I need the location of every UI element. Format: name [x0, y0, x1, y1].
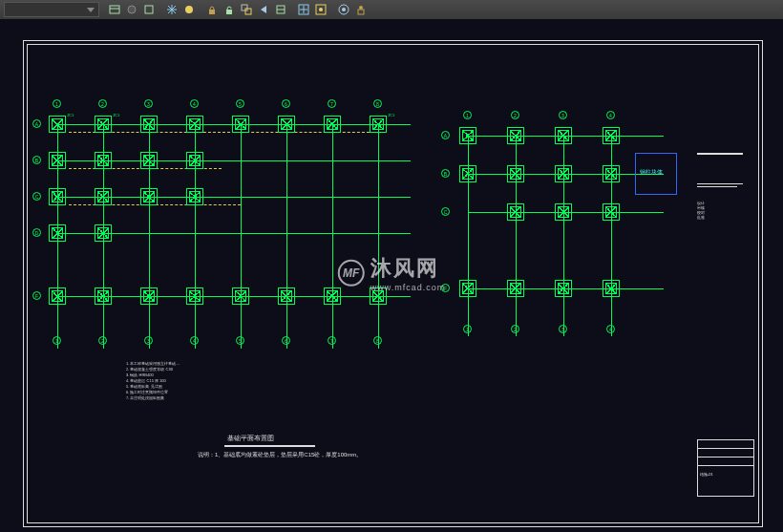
footing [186, 287, 203, 305]
footing-tag: JC1 [67, 113, 74, 117]
toolbar [0, 0, 783, 19]
grid-bubble: 2 [511, 325, 519, 333]
footing [186, 152, 203, 169]
svg-point-4 [185, 6, 193, 13]
drawing-number: 结施-01 [700, 472, 751, 477]
footing [95, 224, 112, 242]
footing [95, 152, 112, 169]
svg-point-17 [359, 6, 363, 10]
drawing-canvas[interactable]: 1 2 3 4 5 6 7 8 1 2 3 4 5 6 7 8 A B C D … [0, 19, 783, 532]
footing [370, 287, 387, 305]
grid-bubble: 8 [373, 99, 382, 108]
footing [140, 152, 158, 169]
footing [507, 127, 524, 144]
legend-label: 钢柱块体 [640, 168, 663, 177]
footing [555, 127, 572, 144]
svg-rect-7 [242, 5, 247, 11]
layer-match-icon[interactable] [239, 2, 254, 17]
footing [140, 287, 158, 305]
footing [95, 116, 112, 133]
grid-bubble: 5 [236, 336, 244, 345]
unlock-icon[interactable] [222, 2, 237, 17]
footing [507, 165, 524, 182]
freeze-icon[interactable] [164, 2, 180, 17]
grid-bubble: 3 [144, 99, 153, 108]
svg-rect-16 [358, 10, 364, 14]
titleblock-field: 批准 [697, 215, 754, 220]
svg-rect-6 [226, 10, 232, 14]
footing [459, 127, 476, 144]
thaw-icon[interactable] [181, 2, 197, 17]
drawing-title: 基础平面布置图 [227, 434, 274, 443]
grid-bubble: 7 [328, 99, 336, 108]
footing [459, 280, 476, 297]
titleblock: 设计 审核 校对 批准 [697, 153, 754, 220]
layer-dropdown[interactable] [4, 2, 99, 17]
footing [603, 203, 620, 221]
vp-thaw-icon[interactable] [313, 2, 328, 17]
grid-bubble: F [441, 284, 450, 292]
svg-point-13 [319, 8, 323, 11]
isolate-icon[interactable] [336, 2, 351, 17]
footing [278, 116, 295, 133]
footing [49, 224, 66, 242]
unisolate-icon[interactable] [353, 2, 369, 17]
drawing-subtitle: 说明：1、基础底均做素砼垫层，垫层采用C15砼，厚度100mm。 [198, 451, 362, 459]
svg-rect-8 [245, 9, 251, 14]
layer-off-icon[interactable] [124, 2, 139, 17]
footing [603, 165, 620, 182]
svg-point-15 [342, 8, 346, 11]
grid-bubble: 3 [559, 325, 567, 333]
grid-bubble: 7 [328, 336, 336, 345]
layer-walk-icon[interactable] [273, 2, 288, 17]
svg-rect-5 [209, 10, 215, 14]
vp-freeze-icon[interactable] [296, 2, 311, 17]
grid-bubble: 4 [190, 99, 199, 108]
footing [278, 287, 295, 305]
footing [140, 116, 158, 133]
footing [232, 116, 249, 133]
grid-bubble: 2 [98, 99, 107, 108]
grid-bubble: C [441, 207, 450, 216]
footing [140, 188, 158, 205]
grid-bubble: 1 [53, 336, 61, 345]
svg-point-2 [128, 6, 136, 13]
grid-bubble: 1 [463, 111, 472, 119]
footing [370, 116, 387, 133]
footing-tag: JC1 [113, 113, 119, 117]
grid-bubble: 4 [190, 336, 199, 345]
footing [95, 287, 112, 305]
grid-bubble: C [32, 192, 41, 201]
layer-prev-icon[interactable] [256, 2, 271, 17]
grid-bubble: 3 [559, 111, 567, 119]
chevron-down-icon [87, 8, 95, 12]
footing [232, 287, 249, 305]
grid-bubble: B [441, 169, 450, 178]
grid-bubble: 8 [373, 336, 382, 345]
grid-bubble: 4 [606, 111, 615, 119]
titleblock-stamp: 结施-01 [697, 439, 754, 497]
svg-rect-3 [145, 6, 153, 13]
lock-icon[interactable] [204, 2, 220, 17]
footing [555, 165, 572, 182]
grid-bubble: 3 [144, 336, 153, 345]
drawing-title-underline [224, 445, 315, 447]
layer-iso-icon[interactable] [141, 2, 157, 17]
svg-rect-0 [110, 6, 119, 13]
layer-states-icon[interactable] [107, 2, 122, 17]
grid-bubble: 4 [606, 325, 615, 333]
footing [49, 152, 66, 169]
footing [555, 280, 572, 297]
footing [49, 287, 66, 305]
footing [324, 287, 341, 305]
footing [555, 203, 572, 221]
grid-bubble: 5 [236, 99, 244, 108]
grid-bubble: 1 [463, 325, 472, 333]
grid-bubble: 2 [511, 111, 519, 119]
grid-bubble: 1 [53, 99, 61, 108]
grid-bubble: 6 [282, 99, 290, 108]
footing [49, 116, 66, 133]
footing [603, 280, 620, 297]
footing-tag: JC1 [388, 113, 394, 117]
grid-bubble: A [441, 131, 450, 139]
